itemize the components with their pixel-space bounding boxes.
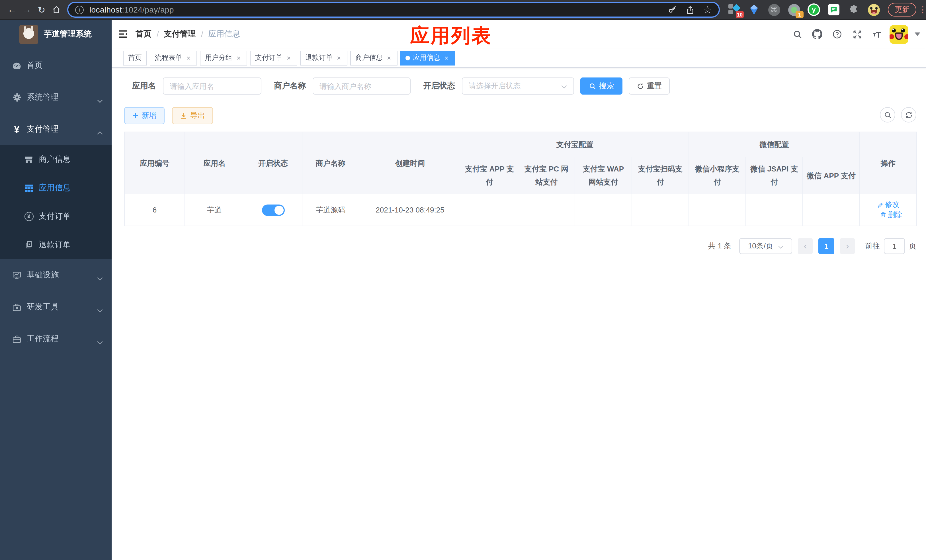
close-icon[interactable]: × (235, 54, 242, 62)
status-select[interactable]: 请选择开启状态 (462, 77, 574, 95)
ext-balloon-icon[interactable] (748, 3, 760, 16)
tab-pay-order[interactable]: 支付订单× (250, 50, 297, 65)
payment-submenu: 商户信息 应用信息 ¥ 支付订单 (0, 145, 112, 259)
profile-emoji-icon[interactable] (867, 3, 880, 16)
tab-merchant-info[interactable]: 商户信息× (350, 50, 398, 65)
export-button[interactable]: 导出 (172, 107, 213, 124)
share-icon[interactable] (686, 5, 695, 15)
sidebar-item-system[interactable]: 系统管理 (0, 82, 112, 114)
tab-process-form[interactable]: 流程表单× (150, 50, 197, 65)
app-name-input[interactable] (163, 77, 262, 95)
close-icon[interactable]: × (443, 54, 450, 62)
merchant-name-input[interactable] (313, 77, 411, 95)
edit-pencil-icon (877, 201, 884, 208)
bookmark-star-icon[interactable]: ☆ (703, 5, 712, 15)
browser-update-button[interactable]: 更新 (888, 3, 916, 17)
extensions-puzzle-icon[interactable] (847, 3, 860, 16)
ext-recorder-icon[interactable]: 1 (788, 3, 800, 16)
status-toggle[interactable] (262, 204, 284, 216)
sidebar-item-infrastructure[interactable]: 基础设施 (0, 259, 112, 291)
breadcrumb-current: 应用信息 (209, 29, 240, 39)
tab-home[interactable]: 首页 (123, 50, 147, 65)
plus-icon (132, 112, 139, 119)
page-info-icon[interactable]: i (75, 5, 84, 14)
sidebar-item-pay-order[interactable]: ¥ 支付订单 (0, 202, 112, 231)
add-button[interactable]: 新增 (124, 107, 165, 124)
ext-chat-icon[interactable] (828, 3, 840, 16)
delete-link[interactable]: 删除 (880, 210, 902, 219)
show-search-button[interactable] (880, 107, 895, 123)
page-size-select[interactable]: 10条/页 (739, 238, 792, 254)
goto-page-input[interactable] (884, 238, 905, 254)
next-page-button[interactable]: › (840, 238, 855, 254)
page-1-button[interactable]: 1 (819, 238, 834, 254)
sidebar-item-label: 首页 (27, 61, 43, 71)
sidebar-item-label: 基础设施 (27, 270, 59, 280)
page-content: 应用名 商户名称 开启状态 请选择开启状态 搜索 重置 (112, 68, 926, 560)
tab-app-info[interactable]: 应用信息× (400, 50, 455, 65)
close-icon[interactable]: × (386, 54, 392, 62)
browser-back-button[interactable]: ← (5, 2, 20, 17)
filter-form: 应用名 商户名称 开启状态 请选择开启状态 搜索 重置 (132, 77, 916, 95)
table-row: 6 芋道 芋道源码 2021-10-23 08:49:25 (124, 194, 917, 226)
col-alipay-wap: 支付宝 WAP 网站支付 (575, 157, 632, 194)
ext-badge: 1 (796, 11, 803, 18)
tab-user-group[interactable]: 用户分组× (200, 50, 247, 65)
goto-label: 前往 (865, 241, 880, 251)
browser-menu-button[interactable]: ⋮ (918, 3, 926, 17)
sidebar-item-payment[interactable]: ¥ 支付管理 (0, 114, 112, 145)
chevron-up-icon (97, 128, 103, 137)
chevron-down-icon (778, 242, 783, 250)
pagination: 共 1 条 10条/页 ‹ 1 › 前往 页 (124, 238, 916, 254)
close-icon[interactable]: × (185, 54, 192, 62)
hamburger-icon (117, 29, 129, 40)
refresh-table-button[interactable] (901, 107, 916, 123)
sidebar-item-workflow[interactable]: 工作流程 (0, 323, 112, 355)
table-toolbar: 新增 导出 (124, 107, 916, 124)
browser-home-button[interactable] (49, 2, 64, 17)
sidebar-item-devtools[interactable]: 研发工具 (0, 291, 112, 323)
avatar-caret-icon[interactable] (915, 32, 920, 36)
search-button[interactable]: 搜索 (580, 77, 622, 95)
user-avatar[interactable] (890, 25, 908, 44)
chevron-down-icon (561, 82, 567, 90)
ext-diamond-icon[interactable]: 10 (728, 3, 740, 16)
password-key-icon[interactable] (667, 5, 677, 15)
fullscreen-button[interactable] (850, 20, 864, 48)
header-search-button[interactable] (790, 20, 805, 48)
url-bar[interactable]: i localhost:1024/pay/app ☆ (67, 2, 720, 18)
top-navbar: 首页 / 支付管理 / 应用信息 应用列表 (112, 20, 926, 48)
github-button[interactable] (810, 20, 825, 48)
breadcrumb-home[interactable]: 首页 (136, 29, 151, 39)
tab-refund-order[interactable]: 退款订单× (300, 50, 347, 65)
col-wx-lite: 微信小程序支付 (689, 157, 746, 194)
cell-merchant: 芋道源码 (302, 194, 359, 226)
toolbox-icon (12, 302, 22, 312)
prev-page-button[interactable]: ‹ (798, 238, 813, 254)
sidebar-toggle-button[interactable] (112, 20, 135, 48)
breadcrumb: 首页 / 支付管理 / 应用信息 (136, 29, 240, 39)
status-label: 开启状态 (423, 81, 455, 91)
sidebar-item-refund-order[interactable]: 退款订单 (0, 231, 112, 259)
grid-table-icon (24, 183, 33, 193)
browser-reload-button[interactable]: ↻ (34, 2, 49, 17)
col-wx-jsapi: 微信 JSAPI 支付 (746, 157, 803, 194)
app-logo[interactable]: 芋道管理系统 (0, 20, 112, 48)
sidebar-item-merchant-info[interactable]: 商户信息 (0, 145, 112, 174)
help-button[interactable] (830, 20, 844, 48)
edit-link[interactable]: 修改 (877, 200, 899, 210)
extensions-row: 10 ⌘ 1 y (728, 3, 880, 16)
browser-forward-button[interactable]: → (20, 2, 34, 17)
tags-view: 首页 流程表单× 用户分组× 支付订单× 退款订单× 商户信息× 应用信息× (112, 48, 926, 68)
sidebar-item-app-info[interactable]: 应用信息 (0, 174, 112, 202)
close-icon[interactable]: × (336, 54, 342, 62)
search-icon (793, 29, 802, 39)
ext-y-logo-icon[interactable]: y (808, 3, 820, 16)
breadcrumb-separator: / (157, 30, 159, 39)
font-size-button[interactable]: тT (870, 20, 884, 48)
ext-command-icon[interactable]: ⌘ (768, 3, 780, 16)
reset-button[interactable]: 重置 (629, 77, 670, 95)
sidebar-item-home[interactable]: 首页 (0, 50, 112, 82)
github-icon (812, 29, 822, 39)
close-icon[interactable]: × (285, 54, 292, 62)
